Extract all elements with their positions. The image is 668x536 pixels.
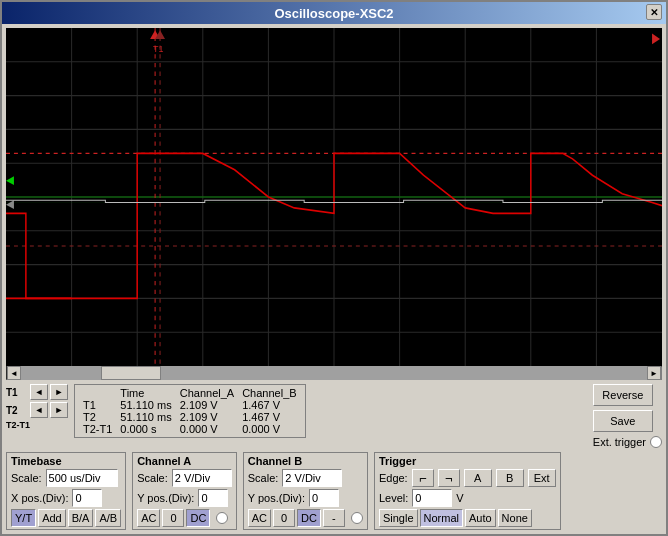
timebase-xpos-input[interactable] [72, 489, 102, 507]
cha-radio-container [216, 512, 228, 524]
trigger-single-button[interactable]: Single [379, 509, 418, 527]
ext-trigger-row: Ext. trigger [593, 436, 662, 448]
header-cha: Channel_A [176, 387, 238, 399]
trigger-edge-row: Edge: ⌐ ¬ A B Ext [379, 469, 556, 487]
trigger-falling-button[interactable]: ¬ [438, 469, 460, 487]
chb-ypos-row: Y pos.(Div): [248, 489, 363, 507]
timebase-scale-input[interactable] [46, 469, 118, 487]
cha-ypos-input[interactable] [198, 489, 228, 507]
trigger-auto-button[interactable]: Auto [465, 509, 496, 527]
chb-scale-label: Scale: [248, 472, 279, 484]
chb-ypos-label: Y pos.(Div): [248, 492, 305, 504]
reverse-button[interactable]: Reverse [593, 384, 653, 406]
t2-measurement-row: T2 51.110 ms 2.109 V 1.467 V [79, 411, 301, 423]
timebase-group: Timebase Scale: X pos.(Div): Y/T Add B/A… [6, 452, 126, 530]
timebase-add-button[interactable]: Add [38, 509, 66, 527]
channel-a-title: Channel A [137, 455, 232, 467]
scroll-track[interactable] [21, 366, 647, 380]
trigger-v-label: V [456, 492, 463, 504]
t1-right-button[interactable]: ► [50, 384, 68, 400]
trigger-level-input[interactable] [412, 489, 452, 507]
t1-label: T1 [6, 387, 28, 398]
timebase-ba-button[interactable]: B/A [68, 509, 94, 527]
chb-minus-button[interactable]: - [323, 509, 345, 527]
trigger-a-button[interactable]: A [464, 469, 492, 487]
t2-left-button[interactable]: ◄ [30, 402, 48, 418]
chb-coupling-row: AC 0 DC - [248, 509, 363, 527]
scroll-right-button[interactable]: ► [647, 366, 661, 380]
t1-cursor-row: T1 ◄ ► [6, 384, 68, 400]
chb-dc-button[interactable]: DC [297, 509, 321, 527]
cha-dc-button[interactable]: DC [186, 509, 210, 527]
chb-radio[interactable] [351, 512, 363, 524]
chb-zero-button[interactable]: 0 [273, 509, 295, 527]
cha-ac-button[interactable]: AC [137, 509, 160, 527]
trigger-level-label: Level: [379, 492, 408, 504]
cha-scale-input[interactable] [172, 469, 232, 487]
scroll-left-button[interactable]: ◄ [7, 366, 21, 380]
measurement-header-row: Time Channel_A Channel_B [79, 387, 301, 399]
t2-cha: 2.109 V [176, 411, 238, 423]
t2t1-chb: 0.000 V [238, 423, 300, 435]
trigger-title: Trigger [379, 455, 556, 467]
timebase-scale-row: Scale: [11, 469, 121, 487]
trigger-group: Trigger Edge: ⌐ ¬ A B Ext Level: V Singl… [374, 452, 561, 530]
t1-chb: 1.467 V [238, 399, 300, 411]
trigger-ext-button[interactable]: Ext [528, 469, 556, 487]
t2-chb: 1.467 V [238, 411, 300, 423]
chb-ypos-input[interactable] [309, 489, 339, 507]
cha-ypos-row: Y pos.(Div): [137, 489, 232, 507]
oscilloscope-window: Oscilloscope-XSC2 ✕ [0, 0, 668, 536]
scope-display: T1 [6, 28, 662, 366]
t1-row-label: T1 [79, 399, 116, 411]
measurements-box: Time Channel_A Channel_B T1 51.110 ms 2.… [74, 384, 306, 438]
t2t1-label: T2-T1 [6, 420, 36, 430]
row1: T1 ◄ ► T2 ◄ ► T2-T1 Time [6, 384, 662, 448]
cha-radio[interactable] [216, 512, 228, 524]
trigger-rising-button[interactable]: ⌐ [412, 469, 434, 487]
cha-ypos-label: Y pos.(Div): [137, 492, 194, 504]
ext-trigger-radio[interactable] [650, 436, 662, 448]
scroll-thumb[interactable] [101, 366, 161, 380]
scope-grid: T1 [6, 28, 662, 366]
chb-scale-input[interactable] [282, 469, 342, 487]
window-title: Oscilloscope-XSC2 [274, 6, 393, 21]
save-button[interactable]: Save [593, 410, 653, 432]
timebase-xpos-row: X pos.(Div): [11, 489, 121, 507]
horizontal-scrollbar[interactable]: ◄ ► [6, 366, 662, 380]
cha-coupling-row: AC 0 DC [137, 509, 232, 527]
timebase-ab-button[interactable]: A/B [95, 509, 121, 527]
t2-time: 51.110 ms [116, 411, 175, 423]
cha-zero-button[interactable]: 0 [162, 509, 184, 527]
chb-radio-container [351, 512, 363, 524]
trigger-level-row: Level: V [379, 489, 556, 507]
cha-scale-row: Scale: [137, 469, 232, 487]
t2-cursor-row: T2 ◄ ► [6, 402, 68, 418]
t2t1-time: 0.000 s [116, 423, 175, 435]
trigger-normal-button[interactable]: Normal [420, 509, 463, 527]
trigger-b-button[interactable]: B [496, 469, 524, 487]
t2t1-row-label: T2-T1 [79, 423, 116, 435]
ext-trigger-label: Ext. trigger [593, 436, 646, 448]
timebase-xpos-label: X pos.(Div): [11, 492, 68, 504]
controls-area: T1 ◄ ► T2 ◄ ► T2-T1 Time [2, 380, 666, 534]
close-button[interactable]: ✕ [646, 4, 662, 20]
title-bar: Oscilloscope-XSC2 ✕ [2, 2, 666, 24]
channel-b-group: Channel B Scale: Y pos.(Div): AC 0 DC - [243, 452, 368, 530]
chb-ac-button[interactable]: AC [248, 509, 271, 527]
t2-label: T2 [6, 405, 28, 416]
t2t1-row: T2-T1 [6, 420, 68, 430]
svg-text:T1: T1 [153, 44, 163, 54]
t1-time: 51.110 ms [116, 399, 175, 411]
trigger-none-button[interactable]: None [498, 509, 532, 527]
cha-scale-label: Scale: [137, 472, 168, 484]
t1-cha: 2.109 V [176, 399, 238, 411]
header-time: Time [116, 387, 175, 399]
timebase-yt-button[interactable]: Y/T [11, 509, 36, 527]
t2-row-label: T2 [79, 411, 116, 423]
trigger-mode-row: Single Normal Auto None [379, 509, 556, 527]
header-chb: Channel_B [238, 387, 300, 399]
t2-right-button[interactable]: ► [50, 402, 68, 418]
t1-left-button[interactable]: ◄ [30, 384, 48, 400]
t2t1-measurement-row: T2-T1 0.000 s 0.000 V 0.000 V [79, 423, 301, 435]
